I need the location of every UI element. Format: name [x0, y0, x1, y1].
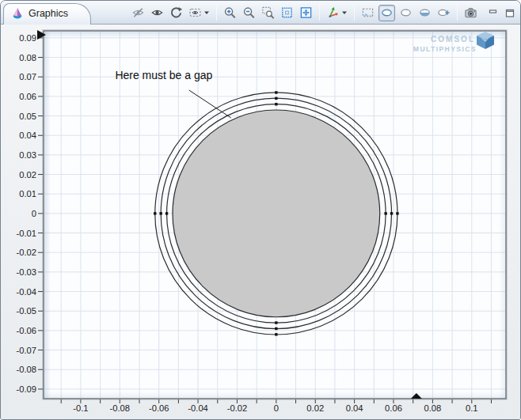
zoom-out-icon	[242, 6, 256, 20]
chevron-down-icon	[341, 10, 348, 15]
svg-text:0.04: 0.04	[346, 403, 363, 413]
select-box-button[interactable]	[359, 5, 376, 21]
toolbar-separator	[457, 5, 458, 21]
show-selection-button[interactable]	[149, 5, 165, 21]
annotation-text: Here must be a gap	[115, 69, 212, 81]
svg-text:0: 0	[274, 403, 279, 413]
svg-text:0.06: 0.06	[19, 92, 36, 101]
refresh-button[interactable]	[168, 5, 184, 21]
minimize-button[interactable]	[487, 6, 500, 19]
svg-text:-0.1: -0.1	[73, 403, 88, 413]
toolbar-separator	[216, 5, 217, 21]
tab-graphics[interactable]: Graphics	[3, 3, 91, 25]
svg-text:0: 0	[32, 209, 36, 218]
select-ellipse-active-icon	[380, 6, 394, 20]
svg-text:-0.02: -0.02	[227, 403, 248, 413]
svg-text:0.06: 0.06	[385, 403, 402, 413]
zoom-selected-button[interactable]	[279, 5, 295, 21]
select-ellipse-button[interactable]	[397, 5, 414, 21]
svg-text:-0.09: -0.09	[17, 384, 37, 394]
frame-inner-shadow-right	[499, 32, 505, 398]
svg-text:-0.02: -0.02	[17, 248, 37, 257]
image-snapshot-button[interactable]	[462, 5, 479, 21]
select-ellipse-icon	[399, 6, 413, 20]
zoom-in-icon	[223, 6, 237, 20]
zoom-extents-button[interactable]	[298, 5, 314, 21]
svg-text:-0.03: -0.03	[17, 267, 37, 277]
hide-selection-button[interactable]	[130, 5, 146, 21]
maximize-button[interactable]	[504, 6, 516, 19]
svg-text:-0.05: -0.05	[17, 306, 37, 316]
comsol-logo-icon	[11, 7, 24, 20]
svg-text:-0.04: -0.04	[188, 403, 208, 413]
watermark-comsol: COMSOL	[431, 35, 475, 44]
tab-strip: Graphics	[1, 1, 520, 25]
window-controls	[487, 6, 516, 19]
view-options-button[interactable]	[187, 5, 211, 21]
svg-text:0.09: 0.09	[19, 33, 36, 43]
zoom-in-button[interactable]	[222, 5, 238, 21]
svg-text:-0.07: -0.07	[17, 346, 37, 355]
eye-icon	[150, 6, 164, 20]
svg-text:0.02: 0.02	[19, 170, 36, 180]
svg-text:0.01: 0.01	[19, 189, 36, 199]
svg-text:0.1: 0.1	[466, 403, 478, 413]
zoom-selected-icon	[280, 6, 294, 20]
select-ellipse-active-button[interactable]	[378, 5, 395, 21]
svg-text:-0.04: -0.04	[17, 287, 37, 297]
svg-text:0.04: 0.04	[19, 131, 36, 140]
svg-text:-0.08: -0.08	[17, 365, 37, 374]
svg-text:0.03: 0.03	[19, 150, 36, 160]
svg-text:0.05: 0.05	[19, 112, 36, 121]
frame-inner-shadow-left	[44, 32, 51, 398]
frame-inner-shadow-bottom	[44, 392, 505, 398]
select-ellipse-add-icon	[437, 6, 451, 20]
graphics-area: COMSOL MULTIPHYSICS Here must be a gap -…	[1, 25, 520, 419]
go-to-view-button[interactable]	[325, 5, 349, 21]
svg-text:-0.01: -0.01	[17, 229, 37, 238]
select-ellipse-add-button[interactable]	[435, 5, 452, 21]
zoom-box-icon	[261, 6, 275, 20]
svg-text:-0.06: -0.06	[149, 403, 169, 413]
svg-text:-0.06: -0.06	[17, 326, 37, 335]
zoom-out-button[interactable]	[241, 5, 257, 21]
minimize-icon	[489, 9, 498, 17]
y-axis-labels: 0.090.080.070.060.050.040.030.020.010-0.…	[17, 33, 37, 394]
svg-text:0.08: 0.08	[424, 403, 442, 413]
zoom-box-button[interactable]	[260, 5, 276, 21]
svg-text:0.07: 0.07	[19, 72, 36, 81]
view-axes-icon	[326, 6, 340, 20]
x-axis-labels: -0.1-0.08-0.06-0.04-0.0200.020.040.060.0…	[73, 403, 477, 413]
select-ellipse-subtract-icon	[418, 6, 432, 20]
graphics-toolbar	[130, 2, 516, 23]
maximize-icon	[505, 9, 515, 17]
svg-text:0.08: 0.08	[19, 53, 36, 62]
tab-label: Graphics	[29, 8, 68, 19]
graphics-canvas[interactable]: COMSOL MULTIPHYSICS Here must be a gap -…	[1, 25, 520, 419]
toolbar-separator	[319, 5, 320, 21]
chevron-down-icon	[203, 10, 210, 15]
graphics-window: Graphics	[0, 0, 521, 420]
zoom-extents-icon	[299, 6, 313, 20]
watermark-multiphysics: MULTIPHYSICS	[413, 45, 477, 53]
select-ellipse-subtract-button[interactable]	[416, 5, 433, 21]
svg-text:0.02: 0.02	[306, 403, 324, 413]
svg-text:-0.08: -0.08	[110, 403, 131, 413]
view-options-icon	[188, 6, 203, 20]
select-box-icon	[361, 6, 375, 20]
toolbar-separator	[354, 5, 355, 21]
eye-slash-icon	[131, 6, 145, 20]
refresh-icon	[169, 6, 183, 20]
camera-icon	[464, 6, 477, 20]
